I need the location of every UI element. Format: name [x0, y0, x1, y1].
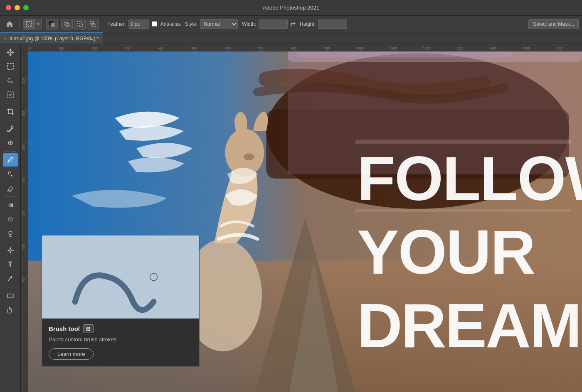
tool-divider-5 [5, 242, 16, 242]
toolbar-divider [19, 19, 20, 29]
ruler-left: 100 200 300 400 500 600 700 [21, 44, 28, 392]
brush-preview-area [42, 235, 199, 318]
clone-stamp-tool[interactable] [3, 167, 18, 181]
rect-select-icon [26, 21, 32, 27]
pen-icon [7, 247, 14, 254]
select-intersect-btn[interactable] [87, 19, 99, 29]
rectangle-select-tool[interactable] [3, 60, 18, 73]
svg-rect-87 [355, 140, 571, 144]
gradient-tool[interactable] [3, 198, 18, 212]
learn-more-button[interactable]: Learn more [49, 348, 94, 360]
select-mask-button[interactable]: Select and Mask... [528, 19, 579, 29]
foreground-color-icon [49, 21, 55, 27]
tab-title: 4-at-x2.jpg @ 100% (Layer 0, RGB/8#) * [9, 36, 99, 42]
brush-tool-btn[interactable] [3, 153, 18, 167]
antialias-checkbox[interactable] [152, 21, 157, 27]
svg-rect-89 [42, 236, 199, 318]
minimize-button[interactable] [15, 5, 20, 10]
shape-icon [7, 292, 14, 299]
svg-text:0: 0 [29, 47, 31, 50]
maximize-button[interactable] [23, 5, 29, 10]
rect-select-tool-icon [7, 63, 14, 70]
hand-tool[interactable] [3, 303, 18, 316]
tool-divider-4 [5, 196, 16, 197]
eyedropper-icon [7, 125, 14, 132]
svg-text:900: 900 [324, 47, 330, 50]
path-select-tool[interactable] [3, 272, 18, 285]
object-select-icon [7, 91, 14, 98]
svg-text:1100: 1100 [390, 47, 397, 50]
gradient-icon [7, 201, 14, 209]
rect-select-btn[interactable] [23, 19, 35, 29]
shape-tool[interactable] [3, 289, 18, 302]
document-tab[interactable]: × 4-at-x2.jpg @ 100% (Layer 0, RGB/8#) * [0, 32, 103, 44]
blur-tool[interactable] [3, 213, 18, 226]
tool-divider-2 [5, 120, 16, 120]
antialias-label: Anti-alias [160, 21, 181, 27]
height-input[interactable] [318, 20, 347, 29]
tabbar: × 4-at-x2.jpg @ 100% (Layer 0, RGB/8#) * [0, 32, 582, 44]
dodge-icon [7, 230, 14, 237]
select-dropdown-btn[interactable]: ▾ [35, 19, 42, 29]
svg-rect-80 [296, 51, 513, 58]
ruler-top: 0 100 200 300 400 500 600 700 800 900 [28, 44, 582, 51]
select-subtract-btn[interactable] [74, 19, 86, 29]
home-button[interactable] [3, 18, 16, 30]
object-select-tool[interactable] [3, 88, 18, 101]
close-button[interactable] [6, 5, 11, 10]
lasso-tool-icon [7, 77, 14, 84]
svg-text:1400: 1400 [489, 47, 497, 50]
svg-text:700: 700 [22, 277, 25, 283]
svg-point-83 [244, 154, 254, 161]
brush-tool-name-label: Brush tool [49, 325, 80, 332]
pen-tool[interactable] [3, 244, 18, 257]
svg-text:200: 200 [91, 47, 97, 50]
main-area: T [0, 44, 582, 392]
svg-text:300: 300 [22, 144, 25, 150]
eyedropper-tool[interactable] [3, 122, 18, 135]
antialias-group: Anti-alias [152, 21, 181, 27]
spot-heal-tool[interactable] [3, 136, 18, 149]
select-add-btn[interactable] [61, 19, 73, 29]
svg-point-18 [10, 218, 11, 220]
svg-text:300: 300 [125, 47, 131, 50]
eraser-tool[interactable] [3, 181, 18, 195]
svg-rect-88 [355, 209, 571, 212]
home-icon [6, 20, 13, 28]
svg-text:500: 500 [191, 47, 197, 50]
hand-icon [7, 306, 14, 314]
move-tool[interactable] [3, 46, 18, 59]
style-dropdown[interactable]: Normal Fixed Ratio Fixed Size [200, 19, 238, 29]
svg-point-19 [9, 231, 12, 235]
tab-close-icon[interactable]: × [4, 36, 7, 41]
swap-icon[interactable]: ⇄ [290, 20, 296, 28]
svg-text:1600: 1600 [556, 47, 563, 50]
svg-text:100: 100 [22, 78, 25, 83]
svg-text:800: 800 [291, 47, 297, 50]
tool-divider-6 [5, 287, 16, 287]
svg-rect-16 [7, 203, 13, 207]
height-label: Height: [300, 21, 316, 27]
select-mode-group [61, 19, 99, 29]
brush-tool-icon [7, 156, 14, 164]
svg-rect-9 [92, 23, 94, 25]
select-subtract-icon [77, 21, 83, 27]
text-tool[interactable]: T [3, 258, 18, 271]
crop-tool-icon [7, 108, 14, 115]
brush-tooltip-popup: Brush tool B Paints custom brush strokes… [42, 235, 200, 367]
svg-rect-10 [7, 64, 13, 69]
svg-text:1500: 1500 [523, 47, 530, 50]
toolbar-divider-2 [102, 19, 102, 29]
width-input[interactable] [259, 20, 288, 29]
toolbar: ▾ Feather: [0, 16, 582, 32]
ruler-corner [21, 44, 28, 51]
crop-tool[interactable] [3, 105, 18, 118]
foreground-color-btn[interactable] [46, 19, 58, 29]
svg-text:400: 400 [158, 47, 164, 50]
lasso-tool[interactable] [3, 74, 18, 87]
dodge-tool[interactable] [3, 227, 18, 240]
tool-divider-1 [5, 103, 16, 103]
brush-stroke-svg [42, 235, 199, 318]
canvas-area[interactable]: 0 100 200 300 400 500 600 700 800 900 [21, 44, 582, 392]
feather-input[interactable] [128, 20, 149, 29]
